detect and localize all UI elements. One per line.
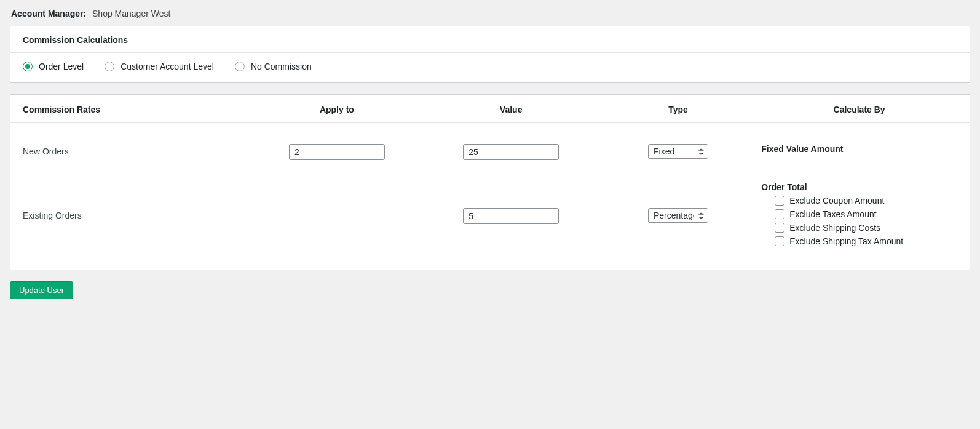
existing-orders-value-input[interactable] <box>463 208 559 224</box>
new-orders-calc-by-label: Fixed Value Amount <box>761 144 843 154</box>
radio-no-commission[interactable]: No Commission <box>235 62 312 71</box>
account-manager-line: Account Manager: Shop Manager West <box>11 9 970 18</box>
checkbox-icon <box>775 196 784 206</box>
checkbox-icon <box>775 223 784 233</box>
checkbox-label: Exclude Coupon Amount <box>789 196 884 206</box>
exclude-shipping-tax-checkbox[interactable]: Exclude Shipping Tax Amount <box>775 236 903 246</box>
rate-row-label: Existing Orders <box>23 182 247 220</box>
checkbox-label: Exclude Taxes Amount <box>789 209 876 219</box>
new-orders-value-input[interactable] <box>463 144 559 160</box>
exclude-coupon-checkbox[interactable]: Exclude Coupon Amount <box>775 196 903 206</box>
radio-customer-account-level[interactable]: Customer Account Level <box>105 62 214 71</box>
col-header-calc: Calculate By <box>834 105 885 114</box>
existing-orders-type-select[interactable]: Fixed Percentage <box>648 208 708 223</box>
radio-order-level[interactable]: Order Level <box>23 62 84 71</box>
new-orders-apply-input[interactable] <box>289 144 385 160</box>
commission-rates-header-row: Commission Rates Apply to Value Type Cal… <box>10 95 970 123</box>
rate-row-existing-orders: Existing Orders Fixed Percentage Order T… <box>23 176 957 266</box>
rate-row-label: New Orders <box>23 144 247 156</box>
col-header-value: Value <box>500 105 523 114</box>
radio-label: Customer Account Level <box>121 62 214 71</box>
commission-calculations-panel: Commission Calculations Order Level Cust… <box>10 26 970 83</box>
commission-rates-panel: Commission Rates Apply to Value Type Cal… <box>10 94 970 270</box>
rate-row-new-orders: New Orders Fixed Percentage Fixed Value … <box>23 138 957 176</box>
account-manager-value: Shop Manager West <box>92 9 170 18</box>
checkbox-label: Exclude Shipping Tax Amount <box>789 236 903 246</box>
account-manager-label: Account Manager: <box>11 9 86 18</box>
exclude-shipping-checkbox[interactable]: Exclude Shipping Costs <box>775 223 903 233</box>
col-header-rates: Commission Rates <box>23 105 247 114</box>
checkbox-icon <box>775 236 784 246</box>
checkbox-icon <box>775 209 784 219</box>
existing-orders-order-total-title: Order Total <box>761 182 903 192</box>
col-header-apply: Apply to <box>320 105 354 114</box>
radio-icon <box>235 62 245 71</box>
radio-label: No Commission <box>251 62 312 71</box>
new-orders-type-select[interactable]: Fixed Percentage <box>648 144 708 159</box>
exclude-taxes-checkbox[interactable]: Exclude Taxes Amount <box>775 209 903 219</box>
commission-calculations-title: Commission Calculations <box>10 26 970 53</box>
checkbox-label: Exclude Shipping Costs <box>789 223 880 233</box>
update-user-button[interactable]: Update User <box>10 281 73 299</box>
radio-label: Order Level <box>39 62 84 71</box>
radio-icon <box>23 62 33 71</box>
radio-icon <box>105 62 114 71</box>
col-header-type: Type <box>668 105 688 114</box>
commission-calc-radio-group: Order Level Customer Account Level No Co… <box>23 62 957 71</box>
